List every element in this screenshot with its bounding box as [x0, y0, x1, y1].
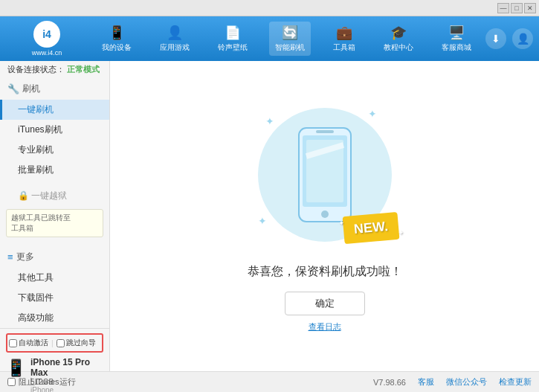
options-divider: |: [51, 339, 54, 347]
more-section-icon: ≡: [7, 251, 13, 263]
service-label: 客服商城: [442, 42, 471, 53]
header-right: ⬇ 👤: [485, 28, 533, 49]
nav-tutorial[interactable]: 🎓 教程中心: [378, 22, 419, 56]
auto-guide-label[interactable]: 跳过向导: [57, 338, 96, 348]
nav-items: 📱 我的设备 👤 应用游戏 📄 铃声壁纸 🔄 智能刷机 💼 工具箱 🎓 教程中心…: [88, 22, 485, 56]
nav-ringtone[interactable]: 📄 铃声壁纸: [212, 22, 254, 56]
auto-activate-label[interactable]: 自动激活: [9, 338, 48, 348]
download-button[interactable]: ⬇: [485, 28, 506, 49]
ringtone-label: 铃声壁纸: [218, 42, 248, 53]
smart-flash-icon: 🔄: [282, 25, 298, 41]
auto-guide-checkbox[interactable]: [57, 339, 65, 347]
toolbox-icon: 💼: [336, 25, 352, 41]
close-button[interactable]: ✕: [524, 3, 536, 13]
sidebar-item-advanced[interactable]: 高级功能: [0, 308, 109, 328]
sidebar-item-pro-flash[interactable]: 专业刷机: [0, 140, 109, 160]
nav-my-device[interactable]: 📱 我的设备: [96, 22, 138, 56]
sidebar-item-itunes-flash[interactable]: iTunes刷机: [0, 120, 109, 140]
new-badge: NEW.: [343, 211, 400, 243]
device-phone-icon: 📱: [6, 359, 26, 378]
service-icon: 🖥️: [448, 25, 465, 41]
minimize-button[interactable]: —: [497, 3, 509, 13]
success-message: 恭喜您，保资料刷机成功啦！: [248, 264, 402, 280]
lock-icon: 🔒: [18, 190, 29, 201]
sparkle-icon-3: ✦: [258, 215, 267, 227]
svg-point-2: [321, 211, 329, 218]
more-section-label: 更多: [16, 251, 34, 263]
sidebar-item-batch-flash[interactable]: 批量刷机: [0, 160, 109, 180]
my-device-icon: 📱: [109, 25, 125, 41]
nav-service[interactable]: 🖥️ 客服商城: [436, 22, 477, 56]
device-name: iPhone 15 Pro Max: [30, 357, 103, 378]
sparkle-icon-1: ✦: [265, 115, 274, 127]
status-label: 设备连接状态：: [7, 65, 65, 74]
confirm-button[interactable]: 确定: [285, 292, 365, 315]
wechat-link[interactable]: 微信公众号: [446, 376, 487, 388]
main-container: 设备连接状态： 正常模式 🔧 刷机 一键刷机 iTunes刷机 专业刷机 批量刷…: [0, 61, 539, 371]
nav-toolbox[interactable]: 💼 工具箱: [327, 22, 361, 56]
auto-guide-text: 跳过向导: [66, 338, 96, 348]
check-update-link[interactable]: 检查更新: [499, 376, 532, 388]
sidebar-section-more[interactable]: ≡ 更多: [0, 246, 109, 268]
toolbox-label: 工具箱: [333, 42, 355, 53]
auto-activate-checkbox[interactable]: [9, 339, 17, 347]
logo-area: i4 www.i4.cn: [6, 21, 88, 57]
status-value: 正常模式: [67, 65, 100, 74]
logo-url: www.i4.cn: [32, 49, 62, 57]
app-games-label: 应用游戏: [160, 42, 190, 53]
log-link[interactable]: 查看日志: [309, 321, 341, 332]
sparkle-icon-2: ✦: [368, 108, 377, 120]
statusbar-right: V7.98.66 客服 微信公众号 检查更新: [373, 376, 532, 388]
stop-itunes-label: 阻止iTunes运行: [19, 376, 76, 388]
restore-button[interactable]: □: [511, 3, 523, 13]
header: i4 www.i4.cn 📱 我的设备 👤 应用游戏 📄 铃声壁纸 🔄 智能刷机…: [0, 16, 539, 61]
logo-icon: i4: [33, 21, 60, 48]
ringtone-icon: 📄: [225, 25, 241, 41]
tutorial-icon: 🎓: [390, 25, 407, 41]
connection-status: 设备连接状态： 正常模式: [0, 61, 109, 78]
smart-flash-label: 智能刷机: [275, 42, 305, 53]
nav-app-games[interactable]: 👤 应用游戏: [154, 22, 196, 56]
sidebar-section-flash[interactable]: 🔧 刷机: [0, 78, 109, 100]
user-button[interactable]: 👤: [512, 28, 533, 49]
sidebar-item-download-firmware[interactable]: 下载固件: [0, 288, 109, 308]
nav-smart-flash[interactable]: 🔄 智能刷机: [269, 22, 311, 56]
version-label: V7.98.66: [373, 378, 406, 387]
statusbar-left: 阻止iTunes运行: [7, 376, 76, 388]
auto-options-group: 自动激活 | 跳过向导: [6, 333, 103, 353]
app-games-icon: 👤: [167, 25, 183, 41]
phone-illustration: ✦ ✦ ✦ NEW.: [251, 100, 399, 249]
sidebar: 设备连接状态： 正常模式 🔧 刷机 一键刷机 iTunes刷机 专业刷机 批量刷…: [0, 61, 110, 371]
sidebar-item-one-key-flash[interactable]: 一键刷机: [0, 100, 109, 120]
jailbreak-label: 一键越狱: [31, 190, 67, 201]
flash-section-icon: 🔧: [7, 83, 19, 94]
my-device-label: 我的设备: [102, 42, 132, 53]
sidebar-note: 越狱工具已跳转至工具箱: [6, 209, 103, 237]
customer-service-link[interactable]: 客服: [418, 376, 434, 388]
sidebar-item-other-tools[interactable]: 其他工具: [0, 268, 109, 288]
titlebar: — □ ✕: [0, 0, 539, 16]
flash-section-label: 刷机: [22, 83, 40, 95]
sidebar-item-jailbreak: 🔒 一键越狱: [0, 186, 109, 206]
svg-rect-3: [316, 130, 334, 133]
stop-itunes-checkbox[interactable]: [7, 378, 16, 386]
auto-activate-text: 自动激活: [19, 338, 48, 348]
tutorial-label: 教程中心: [384, 42, 413, 53]
content-area: ✦ ✦ ✦ NEW. 恭喜您，保资料刷机成功啦！ 确定 查看日志: [110, 61, 539, 371]
phone-svg: [295, 126, 355, 223]
